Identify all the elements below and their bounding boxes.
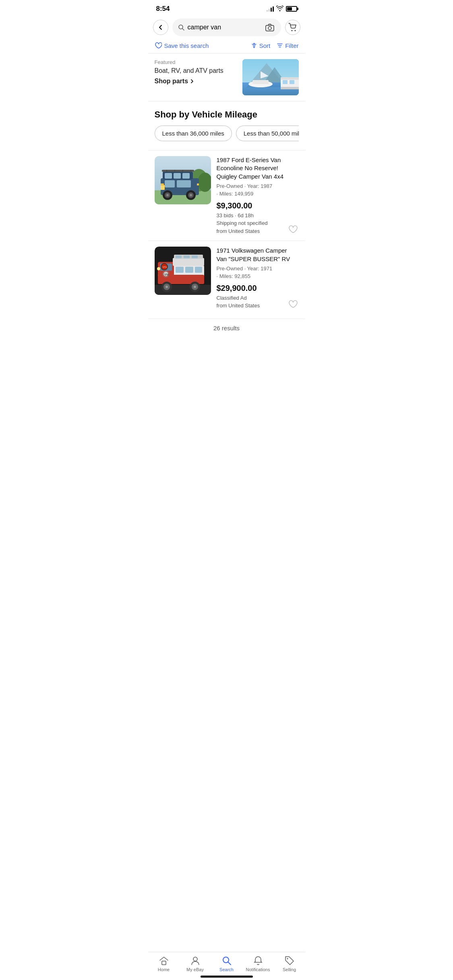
nav-selling[interactable]: Selling	[274, 955, 305, 972]
person-icon	[190, 955, 201, 966]
svg-point-75	[193, 957, 197, 961]
heart-outline-icon	[288, 224, 298, 233]
svg-point-5	[294, 30, 296, 31]
svg-point-40	[166, 194, 169, 196]
featured-label: Featured	[155, 59, 238, 65]
svg-line-77	[228, 962, 231, 965]
svg-point-43	[190, 194, 192, 196]
shop-parts-link[interactable]: Shop parts	[155, 78, 238, 85]
svg-rect-35	[182, 173, 190, 179]
svg-rect-57	[185, 267, 193, 273]
nav-notifications[interactable]: Notifications	[242, 955, 274, 972]
sort-filter-group: Sort Filter	[251, 42, 299, 49]
featured-image	[242, 59, 299, 95]
filter-label: Filter	[285, 42, 298, 49]
search-icon-input	[178, 24, 184, 31]
cart-button[interactable]	[285, 20, 300, 35]
back-button[interactable]	[153, 20, 168, 35]
listing-price-2: $29,900.00	[217, 284, 299, 293]
listings: 1987 Ford E-Series Van Econoline No Rese…	[148, 147, 305, 319]
sort-icon	[251, 42, 257, 49]
listing-item: 1987 Ford E-Series Van Econoline No Rese…	[148, 150, 305, 241]
listing-price-1: $9,300.00	[217, 201, 299, 210]
filter-button[interactable]: Filter	[277, 42, 298, 49]
home-indicator	[201, 976, 253, 978]
svg-rect-62	[184, 255, 190, 258]
bell-icon	[253, 955, 263, 966]
nav-notifications-label: Notifications	[246, 967, 270, 972]
listing-details-1: 1987 Ford E-Series Van Econoline No Rese…	[217, 156, 299, 235]
featured-text: Featured Boat, RV, and ATV parts Shop pa…	[155, 59, 238, 95]
wifi-icon	[276, 6, 283, 12]
svg-point-4	[291, 30, 292, 31]
home-icon	[159, 955, 169, 966]
svg-rect-74	[162, 961, 166, 965]
svg-rect-36	[165, 180, 175, 187]
heart-outline-icon-2	[288, 299, 298, 308]
svg-rect-20	[290, 80, 294, 84]
save-search-label: Save this search	[164, 42, 209, 49]
status-time: 8:54	[156, 5, 170, 13]
filter-icon	[277, 42, 283, 49]
svg-line-1	[182, 29, 184, 30]
listing-title-2[interactable]: 1971 Volkswagen Camper Van "SUPER BUSSER…	[217, 247, 299, 263]
listing-title-1[interactable]: 1987 Ford E-Series Van Econoline No Rese…	[217, 156, 299, 181]
spacer	[148, 337, 305, 373]
svg-rect-37	[177, 180, 191, 187]
mileage-pill-1[interactable]: Less than 50,000 miles	[236, 126, 299, 141]
signal-icon	[267, 6, 274, 12]
svg-text:VTG: VTG	[163, 266, 167, 268]
svg-text:VW: VW	[164, 273, 170, 276]
sort-label: Sort	[259, 42, 271, 49]
featured-banner: Featured Boat, RV, and ATV parts Shop pa…	[148, 54, 305, 101]
listing-details-2: 1971 Volkswagen Camper Van "SUPER BUSSER…	[217, 247, 299, 310]
mileage-section: Shop by Vehicle Mileage Less than 36,000…	[148, 101, 305, 147]
nav-myebay[interactable]: My eBay	[180, 955, 211, 972]
action-bar: Save this search Sort Filter	[148, 39, 305, 53]
svg-point-78	[287, 958, 288, 959]
shop-parts-label: Shop parts	[155, 78, 188, 85]
listing-meta-2: Pre-Owned · Year: 1971· Miles: 92,855	[217, 265, 299, 280]
nav-selling-label: Selling	[283, 967, 296, 972]
status-icons	[267, 6, 297, 12]
sort-button[interactable]: Sort	[251, 42, 271, 49]
mileage-pill-0[interactable]: Less than 36,000 miles	[155, 126, 232, 141]
nav-home-label: Home	[158, 967, 170, 972]
svg-point-70	[157, 267, 160, 270]
save-search-button[interactable]: Save this search	[155, 42, 209, 49]
search-icon-nav	[221, 955, 232, 966]
svg-rect-44	[161, 185, 165, 190]
listing-image-1[interactable]	[155, 156, 211, 204]
tag-icon	[284, 955, 295, 966]
search-input[interactable]: camper van	[188, 24, 261, 31]
svg-rect-46	[197, 183, 199, 185]
featured-title: Boat, RV, and ATV parts	[155, 67, 238, 75]
svg-rect-56	[176, 267, 184, 273]
svg-point-69	[194, 286, 196, 288]
status-bar: 8:54	[148, 0, 305, 15]
svg-rect-2	[266, 25, 274, 31]
camera-button[interactable]	[264, 22, 275, 33]
watchlist-button-2[interactable]	[287, 298, 299, 310]
svg-rect-14	[252, 80, 269, 84]
listing-meta-1: Pre-Owned · Year: 1987· Miles: 149,959	[217, 182, 299, 198]
nav-home[interactable]: Home	[148, 955, 180, 972]
svg-rect-63	[192, 255, 198, 258]
search-input-wrapper[interactable]: camper van	[172, 19, 281, 36]
watchlist-button-1[interactable]	[287, 223, 299, 235]
search-bar: camper van	[148, 15, 305, 39]
svg-rect-33	[165, 173, 172, 179]
results-count: 26 results	[148, 319, 305, 337]
svg-rect-45	[161, 183, 164, 185]
chevron-right-icon	[190, 79, 194, 84]
svg-rect-18	[281, 77, 299, 80]
svg-rect-59	[173, 258, 204, 266]
heart-icon	[155, 42, 162, 49]
listing-item-2: VW	[148, 241, 305, 315]
svg-rect-21	[281, 87, 299, 89]
listing-image-2[interactable]: VW	[155, 247, 211, 295]
nav-search[interactable]: Search	[211, 955, 242, 972]
svg-rect-19	[283, 80, 288, 84]
mileage-pills: Less than 36,000 miles Less than 50,000 …	[155, 126, 299, 141]
svg-point-66	[165, 286, 168, 288]
